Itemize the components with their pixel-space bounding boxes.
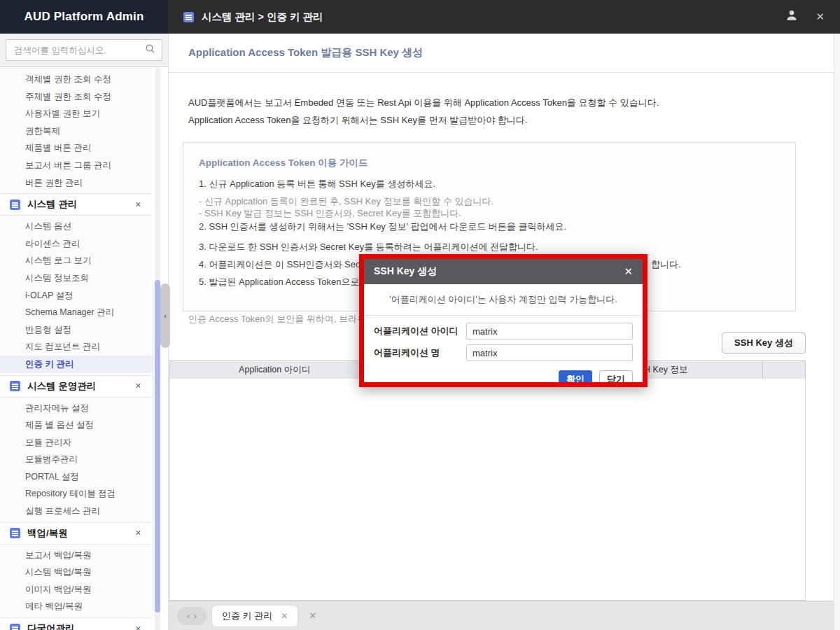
sidebar-section-label: 다국어관리	[27, 622, 128, 630]
application-id-input[interactable]	[466, 323, 633, 340]
sidebar-item-group: 관리자메뉴 설정제품 별 옵션 설정모듈 관리자모듈범주관리PORTAL 설정R…	[0, 397, 153, 523]
tab-scroll-nav[interactable]: ‹ ›	[177, 607, 206, 625]
sidebar-item[interactable]: 반응형 설정	[0, 321, 153, 339]
modal-buttons: 확인 닫기	[364, 366, 643, 382]
chevron-left-icon: ‹	[164, 312, 167, 320]
close-button[interactable]: 닫기	[599, 370, 633, 382]
modal-message: '어플리케이션 아이디'는 사용자 계정만 입력 가능합니다.	[364, 284, 643, 316]
sidebar-scrollbar[interactable]	[155, 68, 160, 630]
sidebar-item[interactable]: 보고서 백업/복원	[0, 547, 153, 564]
app-window: AUD Platform Admin 객체별 권한 조회 수정주체별 권한 조회…	[0, 0, 840, 630]
sidebar-item[interactable]: 모듈 관리자	[0, 434, 153, 451]
intro-text: AUD플랫폼에서는 보고서 Embeded 연동 또는 Rest Api 이용을…	[188, 97, 659, 109]
document-icon	[10, 200, 20, 210]
table-column-header: Application 아이디	[170, 361, 379, 379]
sidebar-item[interactable]: 사용자별 권한 보기	[0, 105, 153, 122]
app-logo: AUD Platform Admin	[0, 0, 168, 34]
close-section-icon[interactable]: ✕	[135, 624, 141, 630]
sidebar-section-label: 백업/복원	[27, 527, 128, 540]
close-icon[interactable]: ✕	[816, 10, 825, 23]
sidebar-item[interactable]: 지도 컴포넌트 관리	[0, 338, 153, 356]
close-section-icon[interactable]: ✕	[135, 200, 141, 209]
search-box[interactable]	[6, 39, 162, 61]
table-column-header	[763, 361, 805, 379]
document-icon	[183, 12, 194, 22]
sidebar-item[interactable]: 메타 백업/복원	[0, 598, 153, 615]
sidebar-item[interactable]: 모듈범주관리	[0, 451, 153, 468]
guide-line: - SSH Key 발급 정보는 SSH 인증서와, Secret Key를 포…	[199, 207, 461, 220]
sidebar-item[interactable]: 객체별 권한 조회 수정	[0, 71, 153, 88]
sidebar-item[interactable]: 시스템 옵션	[0, 218, 153, 235]
sidebar-menu: 객체별 권한 조회 수정주체별 권한 조회 수정사용자별 권한 보기권한복제제품…	[0, 68, 153, 630]
guide-line-tail: 합니다.	[651, 258, 681, 271]
sidebar-scrollbar-thumb[interactable]	[155, 280, 160, 612]
sidebar-item[interactable]: 시스템 백업/복원	[0, 564, 153, 581]
sidebar-item[interactable]: 시스템 정보조회	[0, 270, 153, 287]
guide-heading: Application Access Token 이용 가이드	[199, 157, 368, 169]
sidebar-item[interactable]: 시스템 로그 보기	[0, 252, 153, 270]
tab-label: 인증 키 관리	[222, 610, 272, 622]
sidebar-item[interactable]: PORTAL 설정	[0, 468, 153, 486]
sidebar-item[interactable]: 관리자메뉴 설정	[0, 400, 153, 417]
sidebar-item[interactable]: 이미지 백업/복원	[0, 581, 153, 598]
sidebar-item-group: 보고서 백업/복원시스템 백업/복원이미지 백업/복원메타 백업/복원	[0, 544, 153, 618]
search-input[interactable]	[13, 45, 145, 56]
sidebar-item[interactable]: 보고서 버튼 그룹 관리	[0, 157, 153, 174]
sidebar-item-group: 객체별 권한 조회 수정주체별 권한 조회 수정사용자별 권한 보기권한복제제품…	[0, 68, 153, 194]
guide-line: 2. SSH 인증서를 생성하기 위해서는 'SSH Key 정보' 팝업에서 …	[199, 220, 566, 233]
guide-line: 3. 다운로드 한 SSH 인증서와 Secret Key를 등록하려는 어플리…	[199, 241, 538, 253]
main-scrollbar[interactable]	[834, 34, 840, 630]
guide-line: - 신규 Applcation 등록이 완료된 후, SSH Key 정보를 확…	[199, 195, 493, 208]
application-name-label: 어플리케이션 명	[374, 346, 466, 359]
user-icon[interactable]	[785, 8, 799, 25]
close-section-icon[interactable]: ✕	[135, 528, 141, 538]
chevron-left-icon[interactable]: ‹	[187, 611, 190, 621]
sidebar-item[interactable]: 제품별 버튼 관리	[0, 139, 153, 157]
modal-close-icon[interactable]: ✕	[624, 265, 633, 278]
sidebar-search-bar	[0, 34, 168, 67]
topbar: 시스템 관리 > 인증 키 관리 ✕	[168, 0, 840, 34]
sidebar-section-header[interactable]: 시스템 관리✕	[0, 194, 153, 215]
modal-title: SSH Key 생성	[374, 265, 624, 278]
sidebar-item[interactable]: 권한복제	[0, 122, 153, 140]
sidebar-collapse-handle[interactable]: ‹	[160, 284, 170, 348]
document-icon	[10, 624, 20, 630]
page-title-bar: Application Access Token 발급용 SSH Key 생성	[169, 34, 840, 73]
chevron-right-icon[interactable]: ›	[194, 611, 197, 621]
sidebar-item[interactable]: 라이센스 관리	[0, 235, 153, 253]
ssh-key-create-button[interactable]: SSH Key 생성	[722, 332, 806, 354]
search-icon[interactable]	[145, 43, 155, 57]
sidebar-item[interactable]: i-OLAP 설정	[0, 287, 153, 304]
close-all-tabs-icon[interactable]: ✕	[309, 610, 316, 621]
sidebar-section-header[interactable]: 백업/복원✕	[0, 523, 153, 544]
tab-auth-key-management[interactable]: 인증 키 관리 ✕	[212, 606, 298, 626]
tab-close-icon[interactable]: ✕	[281, 611, 288, 621]
confirm-button[interactable]: 확인	[559, 370, 592, 382]
sidebar-item[interactable]: 버튼 권한 관리	[0, 174, 153, 192]
sidebar-section-label: 시스템 관리	[27, 198, 128, 211]
application-name-input[interactable]	[466, 344, 633, 361]
modal-title-bar: SSH Key 생성 ✕	[364, 259, 643, 284]
sidebar-item[interactable]: Schema Manager 관리	[0, 304, 153, 321]
ssh-key-modal: SSH Key 생성 ✕ '어플리케이션 아이디'는 사용자 계정만 입력 가능…	[364, 259, 643, 382]
sidebar-section-header[interactable]: 다국어관리✕	[0, 618, 153, 630]
sidebar-item[interactable]: 인증 키 관리	[0, 356, 153, 373]
modal-fields: 어플리케이션 아이디 어플리케이션 명	[364, 316, 643, 366]
table-body	[169, 379, 806, 601]
application-id-label: 어플리케이션 아이디	[374, 325, 466, 337]
breadcrumb: 시스템 관리 > 인증 키 관리	[202, 10, 323, 24]
page-title: Application Access Token 발급용 SSH Key 생성	[188, 46, 423, 59]
sidebar-item[interactable]: 제품 별 옵션 설정	[0, 416, 153, 434]
bottom-tab-bar: ‹ › 인증 키 관리 ✕ ✕	[169, 601, 840, 630]
sidebar-item-group: 시스템 옵션라이센스 관리시스템 로그 보기시스템 정보조회i-OLAP 설정S…	[0, 215, 153, 375]
sidebar: AUD Platform Admin 객체별 권한 조회 수정주체별 권한 조회…	[0, 0, 168, 630]
sidebar-item[interactable]: 주체별 권한 조회 수정	[0, 88, 153, 106]
sidebar-section-header[interactable]: 시스템 운영관리✕	[0, 376, 153, 397]
document-icon	[10, 381, 20, 391]
sidebar-item[interactable]: 실행 프로세스 관리	[0, 503, 153, 520]
annotation-highlight: SSH Key 생성 ✕ '어플리케이션 아이디'는 사용자 계정만 입력 가능…	[359, 254, 648, 387]
guide-line: 1. 신규 Application 등록 버튼 통해 SSH Key를 생성하세…	[199, 178, 435, 190]
sidebar-item[interactable]: Repository 테이블 점검	[0, 485, 153, 503]
document-icon	[10, 528, 20, 538]
close-section-icon[interactable]: ✕	[135, 382, 141, 391]
